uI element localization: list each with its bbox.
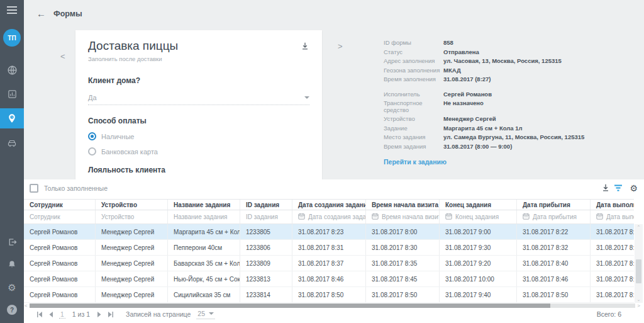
filter-input[interactable]: Дата прибытия [516, 210, 590, 224]
filter-input[interactable]: Устройство [95, 210, 167, 224]
top-bar: ← Формы [24, 0, 644, 29]
client-home-value: Да [88, 94, 97, 101]
field-label-loyalty: Лояльность клиента [88, 166, 309, 174]
scroll-down-icon[interactable]: ⌄ [637, 297, 641, 303]
column-header[interactable]: Время начала визита [365, 200, 439, 210]
column-header[interactable]: Сотрудник [24, 200, 95, 210]
payment-radio[interactable] [88, 132, 96, 140]
filter-icon[interactable] [614, 183, 623, 195]
horizontal-scroll-thumb[interactable] [30, 303, 550, 308]
help-icon: ? [7, 305, 17, 315]
scroll-up-icon[interactable]: ⌃ [637, 224, 641, 230]
sidebar-item-reports[interactable] [0, 84, 24, 103]
payment-option-cash[interactable]: Наличные [88, 132, 309, 140]
page-title: Формы [53, 9, 82, 18]
help-button[interactable]: ? [0, 300, 24, 319]
column-header[interactable]: Дата прибытия [516, 200, 590, 210]
prev-page-button[interactable] [48, 312, 53, 317]
calendar-icon [523, 213, 530, 221]
settings-button[interactable]: ⚙ [0, 278, 24, 297]
scroll-right-icon[interactable]: > [635, 303, 640, 309]
horizontal-scrollbar[interactable]: < > [25, 303, 640, 309]
filter-input[interactable]: Сотрудник [24, 210, 95, 224]
globe-icon [7, 65, 18, 76]
table-row[interactable]: Сергей РомановМенеджер СергейСицилийская… [24, 287, 634, 303]
column-header[interactable]: Название задания [167, 200, 240, 210]
avatar[interactable]: ТП [3, 29, 21, 47]
current-page[interactable]: 1 [59, 310, 65, 319]
payment-option-label: Наличные [101, 133, 134, 140]
form-card: Доставка пиццы Заполнить после доставки … [75, 30, 322, 179]
sidebar: ТП [0, 0, 24, 323]
detail-value: ул. Самеда Вургуна, 11, Москва, Россия, … [443, 134, 584, 141]
form-subtitle: Заполнить после доставки [88, 55, 178, 62]
first-page-button[interactable] [36, 312, 43, 317]
bar-chart-icon [8, 89, 17, 99]
detail-value: Менеджер Сергей [443, 116, 496, 123]
calendar-icon [596, 213, 603, 221]
vertical-scrollbar[interactable]: ⌃ ⌄ [635, 224, 643, 303]
table-row[interactable]: Сергей РомановМенеджер СергейНью-Йорк, 4… [24, 271, 634, 287]
table-settings-icon[interactable]: ⚙ [630, 183, 638, 193]
detail-label: Адрес заполнения [384, 58, 443, 65]
export-table-icon[interactable] [601, 183, 610, 195]
column-header[interactable]: ID задания [240, 200, 292, 210]
detail-label: Место задания [384, 134, 443, 141]
filter-input[interactable]: Время начала визита [365, 210, 439, 224]
filter-input[interactable]: Дата выполнения [590, 210, 634, 224]
form-title: Доставка пиццы [88, 39, 178, 53]
detail-value: Не назначено [443, 100, 484, 113]
filter-input[interactable]: Название задания [167, 210, 240, 224]
table-header-row: Сотрудник Устройство Название задания ID… [24, 199, 634, 210]
payment-option-card[interactable]: Банковская карта [88, 147, 309, 156]
download-form-icon[interactable] [301, 42, 309, 53]
per-page-select[interactable]: 25 [196, 310, 215, 319]
detail-value: Отправлена [443, 49, 479, 56]
last-page-button[interactable] [108, 312, 114, 317]
column-header[interactable]: Устройство [95, 200, 167, 210]
only-filled-label: Только заполненные [44, 184, 108, 192]
client-home-select[interactable]: Да [88, 94, 309, 105]
column-header[interactable]: Дата создания задания [292, 200, 365, 210]
next-page-button[interactable] [97, 312, 102, 317]
table-row[interactable]: Сергей РомановМенеджер СергейПепперони 4… [24, 240, 634, 256]
sidebar-item-forms[interactable] [0, 108, 24, 128]
filter-input[interactable]: Конец задания [439, 210, 516, 224]
logout-button[interactable] [0, 232, 24, 251]
detail-label: Время заполнения [384, 76, 443, 83]
detail-label: Исполнитель [384, 91, 443, 98]
only-filled-checkbox[interactable] [30, 184, 38, 193]
table-body: Сергей РомановМенеджер СергейМаргарита 4… [24, 224, 634, 303]
detail-value: 31.08.2017 (8:27) [443, 76, 491, 83]
detail-label: Транспортное средство [384, 100, 443, 113]
payment-option-label: Банковская карта [101, 148, 158, 156]
scroll-left-icon[interactable]: < [25, 303, 30, 309]
detail-value: Сергей Романов [443, 91, 492, 98]
table-row[interactable]: Сергей РомановМенеджер СергейБаварская 3… [24, 256, 634, 271]
column-header[interactable]: Дата выполнения [590, 200, 634, 210]
payment-radio[interactable] [88, 147, 96, 156]
filter-input[interactable]: ID задания [240, 210, 292, 224]
page-of-label: 1 из 1 [72, 310, 90, 318]
back-arrow-icon[interactable]: ← [36, 8, 46, 19]
table-row[interactable]: Сергей РомановМенеджер СергейМаргарита 4… [24, 224, 634, 240]
collapse-left-chevron[interactable]: < [60, 52, 65, 61]
notifications-button[interactable] [0, 255, 24, 274]
calendar-icon [372, 213, 379, 221]
expand-right-chevron[interactable]: > [338, 42, 343, 51]
forms-table-section: Только заполненные ⚙ Сотрудник Устройств… [24, 179, 644, 323]
go-to-task-link[interactable]: Перейти к заданию [384, 158, 631, 166]
vertical-scroll-thumb[interactable] [636, 259, 641, 283]
menu-icon[interactable] [7, 6, 17, 14]
sidebar-item-map[interactable] [0, 60, 24, 79]
pagination: 1 1 из 1 Записей на странице 25 [36, 309, 215, 320]
car-icon [7, 138, 17, 148]
column-header[interactable]: Конец задания [439, 200, 516, 210]
field-label-payment: Способ оплаты [88, 116, 309, 125]
bell-icon [8, 260, 16, 269]
detail-value: Маргарита 45 см + Кола 1л [443, 125, 523, 132]
logout-icon [8, 237, 17, 247]
filter-input[interactable]: Дата создания зада… [292, 210, 365, 224]
location-pin-icon [7, 113, 17, 123]
sidebar-item-vehicles[interactable] [0, 133, 24, 152]
